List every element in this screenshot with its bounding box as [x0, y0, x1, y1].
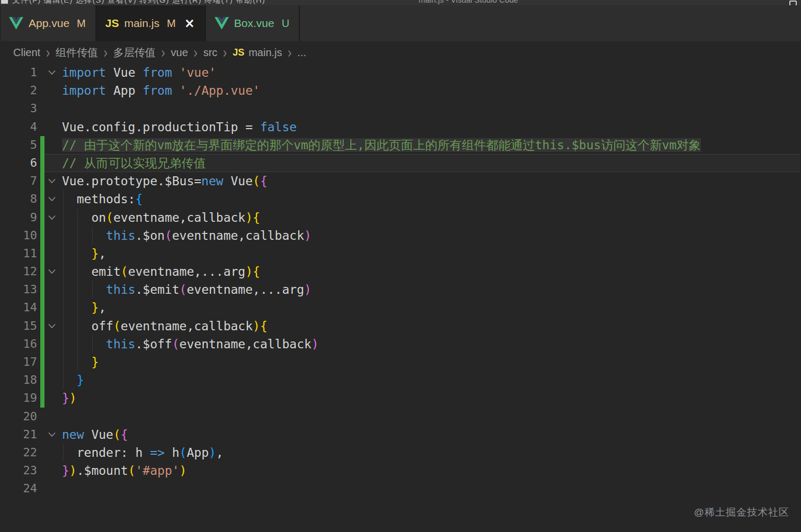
code-text: this.$on(eventname,callback) — [62, 227, 801, 245]
code-line[interactable]: 17 } — [0, 353, 801, 371]
line-number: 6 — [0, 154, 37, 172]
code-text: emit(eventname,...arg){ — [62, 263, 801, 281]
breadcrumb-item-client[interactable]: Client — [13, 47, 40, 59]
code-line[interactable]: 24 — [0, 480, 801, 498]
code-text — [62, 408, 801, 426]
code-line[interactable]: 8 methods:{ — [0, 190, 801, 208]
line-number: 11 — [0, 245, 37, 263]
code-text: }, — [62, 299, 801, 317]
chevron-right-icon: › — [46, 43, 50, 61]
code-text: render: h => h(App), — [62, 444, 801, 462]
line-number: 2 — [0, 82, 37, 100]
git-status-badge: U — [282, 17, 289, 30]
code-text: Vue.prototype.$Bus=new Vue({ — [62, 172, 801, 190]
code-text: off(eventname,callback){ — [62, 317, 801, 335]
close-icon[interactable]: × — [184, 17, 195, 30]
code-text: import Vue from 'vue' — [62, 64, 801, 82]
fold-chevron-icon[interactable] — [46, 172, 58, 190]
layout-icon[interactable] — [789, 1, 797, 5]
breadcrumb-item-file[interactable]: main.js — [248, 47, 282, 59]
menu-items[interactable]: 文件(F) 编辑(E) 选择(S) 查看(V) 转到(G) 运行(R) 终端(T… — [12, 0, 265, 5]
code-line[interactable]: 11 }, — [0, 245, 801, 263]
code-line[interactable]: 7Vue.prototype.$Bus=new Vue({ — [0, 172, 801, 190]
code-text — [62, 480, 801, 498]
chevron-right-icon: › — [103, 43, 108, 61]
breadcrumb-item-vue[interactable]: vue — [171, 47, 188, 59]
code-line[interactable]: 15 off(eventname,callback){ — [0, 317, 801, 335]
line-number: 20 — [0, 408, 37, 426]
line-number: 17 — [0, 353, 37, 371]
code-text: // 从而可以实现兄弟传值 — [62, 154, 801, 172]
breadcrumb-item-ellipsis[interactable]: ... — [297, 47, 306, 59]
js-icon: JS — [233, 47, 244, 58]
app-logo-icon — [1, 0, 8, 4]
line-number: 24 — [0, 480, 37, 498]
fold-chevron-icon[interactable] — [46, 64, 58, 82]
code-line[interactable]: 9 on(eventname,callback){ — [0, 209, 801, 227]
code-line[interactable]: 4Vue.config.productionTip = false — [0, 118, 801, 136]
tab-box-vue[interactable]: Box.vue U — [206, 5, 300, 41]
code-text: methods:{ — [62, 190, 801, 208]
tab-main-js[interactable]: JS main.js M × — [96, 5, 206, 41]
line-number: 23 — [0, 462, 37, 480]
chevron-right-icon: › — [222, 43, 227, 61]
code-line[interactable]: 16 this.$off(eventname,callback) — [0, 335, 801, 353]
code-text: }, — [62, 245, 801, 263]
code-text: // 由于这个新的vm放在与界面绑定的那个vm的原型上,因此页面上的所有组件都能… — [62, 136, 801, 154]
git-status-badge: M — [77, 17, 86, 30]
code-line[interactable]: 20 — [0, 408, 801, 426]
line-number: 21 — [0, 426, 37, 444]
fold-chevron-icon[interactable] — [46, 317, 58, 335]
code-line[interactable]: 22 render: h => h(App), — [0, 444, 801, 462]
breadcrumb-item-1[interactable]: 组件传值 — [56, 46, 98, 60]
code-editor[interactable]: 1import Vue from 'vue'2import App from '… — [0, 64, 801, 532]
line-number: 13 — [0, 281, 37, 299]
fold-chevron-icon[interactable] — [46, 190, 58, 208]
git-modified-gutter-bar — [40, 172, 44, 190]
code-text: import App from './App.vue' — [62, 82, 801, 100]
line-number: 14 — [0, 299, 37, 317]
line-number: 3 — [0, 100, 37, 118]
code-line[interactable]: 6// 从而可以实现兄弟传值 — [0, 154, 801, 172]
line-number: 16 — [0, 335, 37, 353]
code-text: } — [62, 353, 801, 371]
code-line[interactable]: 3 — [0, 100, 801, 118]
code-line[interactable]: 19}) — [0, 389, 801, 407]
fold-chevron-icon[interactable] — [46, 209, 58, 227]
tab-label: main.js — [124, 17, 159, 30]
line-number: 7 — [0, 172, 37, 190]
fold-chevron-icon[interactable] — [46, 263, 58, 281]
menu-bar: 文件(F) 编辑(E) 选择(S) 查看(V) 转到(G) 运行(R) 终端(T… — [0, 0, 801, 5]
fold-chevron-icon[interactable] — [46, 426, 58, 444]
code-line[interactable]: 21new Vue({ — [0, 426, 801, 444]
git-modified-gutter-bar — [40, 154, 44, 172]
code-line[interactable]: 12 emit(eventname,...arg){ — [0, 263, 801, 281]
code-line[interactable]: 23}).$mount('#app') — [0, 462, 801, 480]
breadcrumb-item-2[interactable]: 多层传值 — [113, 46, 156, 60]
code-line[interactable]: 13 this.$emit(eventname,...arg) — [0, 281, 801, 299]
code-line[interactable]: 1import Vue from 'vue' — [0, 64, 801, 82]
code-text: Vue.config.productionTip = false — [62, 118, 801, 136]
breadcrumb-item-src[interactable]: src — [203, 47, 218, 59]
code-line[interactable]: 10 this.$on(eventname,callback) — [0, 227, 801, 245]
line-number: 1 — [0, 64, 37, 82]
code-line[interactable]: 2import App from './App.vue' — [0, 82, 801, 100]
js-icon: JS — [105, 17, 119, 30]
code-text: this.$emit(eventname,...arg) — [62, 281, 801, 299]
git-modified-gutter-bar — [40, 299, 44, 317]
breadcrumb: Client › 组件传值 › 多层传值 › vue › src › JS ma… — [0, 41, 801, 64]
vue-icon — [215, 17, 229, 30]
code-text: } — [62, 371, 801, 389]
git-modified-gutter-bar — [40, 209, 44, 227]
code-text: on(eventname,callback){ — [62, 209, 801, 227]
code-line[interactable]: 5// 由于这个新的vm放在与界面绑定的那个vm的原型上,因此页面上的所有组件都… — [0, 136, 801, 154]
code-line[interactable]: 14 }, — [0, 299, 801, 317]
tab-app-vue[interactable]: App.vue M — [0, 5, 96, 41]
git-modified-gutter-bar — [40, 227, 44, 245]
code-line[interactable]: 18 } — [0, 371, 801, 389]
git-modified-gutter-bar — [40, 335, 44, 353]
line-number: 18 — [0, 371, 37, 389]
git-modified-gutter-bar — [40, 371, 44, 389]
git-modified-gutter-bar — [40, 389, 44, 407]
line-number: 15 — [0, 317, 37, 335]
